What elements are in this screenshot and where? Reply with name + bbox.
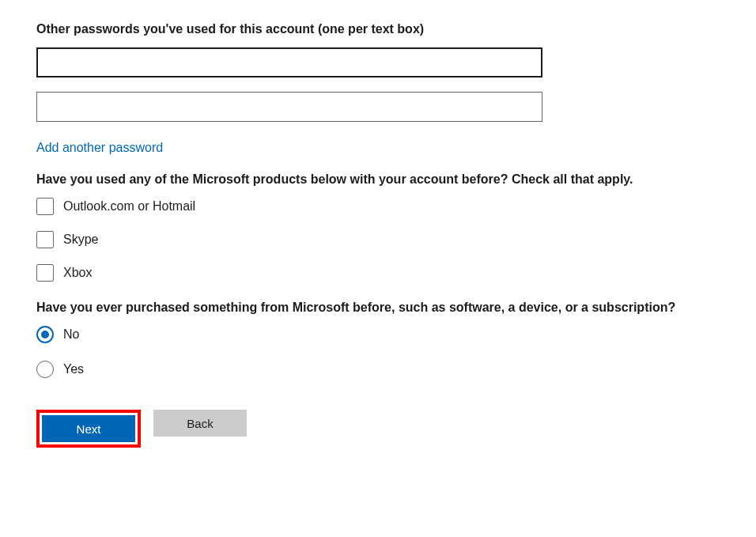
checkbox-label-xbox: Xbox bbox=[63, 266, 92, 280]
add-password-link[interactable]: Add another password bbox=[36, 141, 163, 155]
checkbox-xbox[interactable] bbox=[36, 264, 54, 282]
checkbox-row-xbox[interactable]: Xbox bbox=[36, 264, 720, 282]
next-button-highlight: Next bbox=[36, 410, 141, 448]
purchase-label: Have you ever purchased something from M… bbox=[36, 301, 720, 315]
checkbox-label-skype: Skype bbox=[63, 233, 98, 247]
back-button[interactable]: Back bbox=[153, 410, 247, 437]
checkbox-label-outlook: Outlook.com or Hotmail bbox=[63, 199, 195, 214]
radio-row-yes[interactable]: Yes bbox=[36, 361, 720, 378]
radio-label-yes: Yes bbox=[63, 362, 84, 376]
radio-no[interactable] bbox=[36, 326, 54, 343]
checkbox-row-skype[interactable]: Skype bbox=[36, 231, 720, 248]
radio-row-no[interactable]: No bbox=[36, 326, 720, 343]
password-field-2[interactable] bbox=[36, 92, 542, 122]
radio-label-no: No bbox=[63, 327, 79, 342]
radio-yes[interactable] bbox=[36, 361, 54, 378]
products-label: Have you used any of the Microsoft produ… bbox=[36, 172, 720, 187]
next-button[interactable]: Next bbox=[42, 415, 135, 442]
passwords-label: Other passwords you've used for this acc… bbox=[36, 22, 720, 36]
checkbox-outlook[interactable] bbox=[36, 198, 54, 215]
password-field-1[interactable] bbox=[36, 47, 542, 78]
checkbox-skype[interactable] bbox=[36, 231, 54, 248]
checkbox-row-outlook[interactable]: Outlook.com or Hotmail bbox=[36, 198, 720, 215]
